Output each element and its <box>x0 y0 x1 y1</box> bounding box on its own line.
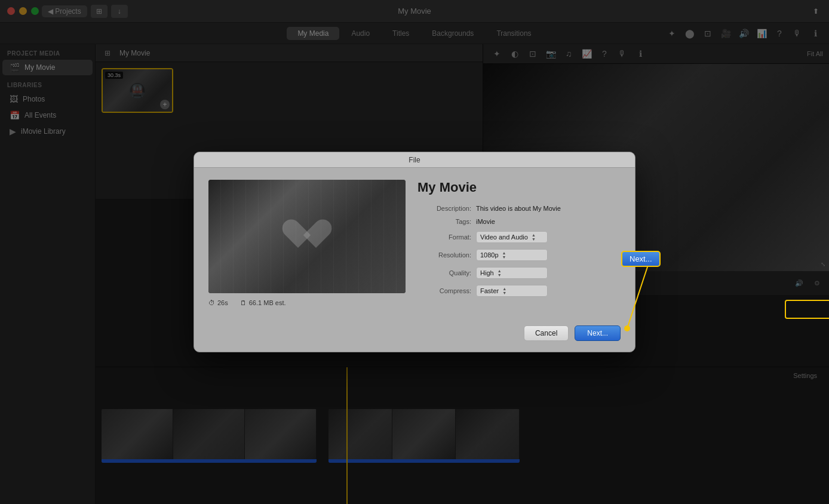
format-value: Video and Audio <box>480 233 528 241</box>
tags-label: Tags: <box>417 218 471 225</box>
heart-overlay <box>289 220 325 253</box>
quality-stepper: ▲ ▼ <box>498 269 502 277</box>
format-label: Format: <box>417 233 471 241</box>
format-stepper: ▲ ▼ <box>532 233 536 241</box>
callout-box-next <box>785 300 829 319</box>
quality-label: Quality: <box>417 269 471 276</box>
next-button[interactable]: Next... <box>575 325 621 341</box>
file-icon: 🗒 <box>240 299 247 306</box>
dialog-footer: Cancel Next... <box>194 318 635 352</box>
resolution-value: 1080p <box>480 251 499 259</box>
filesize-display: 🗒 66.1 MB est. <box>240 299 286 306</box>
field-quality: Quality: High ▲ ▼ <box>417 267 621 279</box>
dialog-movie-title: My Movie <box>417 180 621 195</box>
dialog-preview-meta: ⏱ 26s 🗒 66.1 MB est. <box>208 293 406 306</box>
field-format: Format: Video and Audio ▲ ▼ <box>417 231 621 243</box>
resolution-select[interactable]: 1080p ▲ ▼ <box>476 249 548 261</box>
dialog-preview-thumb <box>208 180 406 293</box>
dialog-header: File <box>194 152 635 168</box>
quality-select[interactable]: High ▲ ▼ <box>476 267 548 279</box>
description-value: This video is about My Movie <box>476 205 561 212</box>
compress-select[interactable]: Faster ▲ ▼ <box>476 285 548 297</box>
duration-value: 26s <box>217 299 228 306</box>
callout-next-label: Next... <box>621 251 661 267</box>
dialog-info: My Movie Description: This video is abou… <box>417 180 621 306</box>
format-select[interactable]: Video and Audio ▲ ▼ <box>476 231 548 243</box>
field-compress: Compress: Faster ▲ ▼ <box>417 285 621 297</box>
field-resolution: Resolution: 1080p ▲ ▼ <box>417 249 621 261</box>
field-description: Description: This video is about My Movi… <box>417 205 621 212</box>
filesize-value: 66.1 MB est. <box>249 299 286 306</box>
compress-label: Compress: <box>417 287 471 294</box>
description-label: Description: <box>417 205 471 212</box>
cancel-button[interactable]: Cancel <box>524 325 569 341</box>
clock-icon: ⏱ <box>208 299 215 306</box>
compress-stepper: ▲ ▼ <box>502 287 506 295</box>
subway-image <box>208 180 406 293</box>
dialog-body: ⏱ 26s 🗒 66.1 MB est. My Movie Descriptio… <box>194 168 635 318</box>
file-dialog: File ⏱ 26s 🗒 66.1 MB est. <box>194 152 635 352</box>
compress-value: Faster <box>480 287 499 294</box>
tags-value: iMovie <box>476 218 495 225</box>
dialog-preview: ⏱ 26s 🗒 66.1 MB est. <box>208 180 406 306</box>
duration-display: ⏱ 26s <box>208 299 228 306</box>
field-tags: Tags: iMovie <box>417 218 621 225</box>
dialog-header-title: File <box>409 156 420 164</box>
quality-value: High <box>480 269 494 276</box>
dialog-overlay: File ⏱ 26s 🗒 66.1 MB est. <box>0 0 829 504</box>
resolution-label: Resolution: <box>417 251 471 259</box>
resolution-stepper: ▲ ▼ <box>502 251 506 259</box>
